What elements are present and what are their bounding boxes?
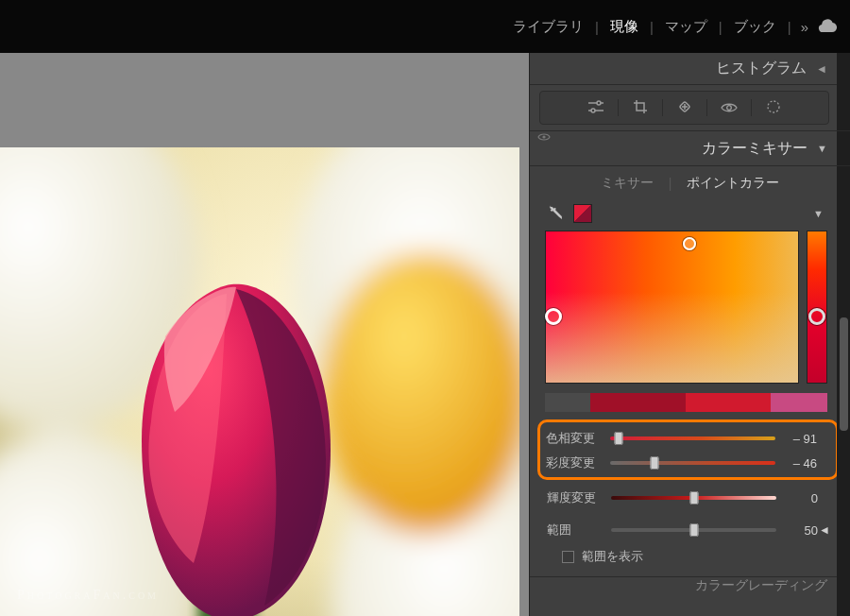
subtab-point-color[interactable]: ポイントカラー bbox=[681, 175, 785, 192]
color-point-2[interactable] bbox=[545, 308, 562, 325]
range-row: 範囲 50 ◄ bbox=[547, 518, 831, 542]
tab-separator: | bbox=[711, 19, 730, 35]
masking-sliders-icon[interactable] bbox=[574, 100, 618, 116]
picked-color-swatch[interactable] bbox=[573, 204, 592, 223]
watermark-text: PhotograFan.com bbox=[17, 588, 159, 603]
image-canvas[interactable]: PhotograFan.com bbox=[0, 53, 529, 616]
hue-bar[interactable] bbox=[807, 231, 827, 384]
more-tabs-icon[interactable]: » bbox=[799, 19, 814, 35]
tab-book[interactable]: ブック bbox=[730, 18, 780, 36]
range-slider[interactable] bbox=[611, 528, 776, 532]
histogram-header[interactable]: ヒストグラム ◄ bbox=[530, 53, 850, 85]
luminance-shift-label: 輝度変更 bbox=[547, 489, 605, 506]
range-value[interactable]: 50 bbox=[782, 523, 818, 538]
panel-visibility-icon[interactable] bbox=[537, 131, 551, 145]
cloud-sync-icon[interactable] bbox=[818, 17, 837, 37]
tab-library[interactable]: ライブラリ bbox=[509, 18, 587, 36]
show-range-row[interactable]: 範囲を表示 bbox=[547, 542, 831, 573]
hue-shift-thumb[interactable] bbox=[614, 432, 622, 445]
tab-separator: | bbox=[587, 19, 606, 35]
tab-separator: | bbox=[642, 19, 661, 35]
svg-point-8 bbox=[597, 101, 601, 105]
redeye-tool-icon[interactable] bbox=[707, 100, 751, 116]
saturation-shift-label: 彩度変更 bbox=[546, 454, 604, 471]
color-grading-header[interactable]: カラーグレーディング bbox=[530, 576, 850, 597]
tab-map[interactable]: マップ bbox=[661, 18, 711, 36]
hue-handle[interactable] bbox=[808, 308, 825, 325]
range-thumb[interactable] bbox=[689, 523, 698, 537]
color-grading-title: カラーグレーディング bbox=[695, 577, 827, 592]
scrollbar-thumb[interactable] bbox=[840, 317, 848, 431]
crop-tool-icon[interactable] bbox=[619, 99, 662, 117]
svg-point-5 bbox=[321, 251, 519, 535]
saturation-shift-slider[interactable] bbox=[610, 461, 775, 465]
luminance-shift-thumb[interactable] bbox=[689, 491, 698, 505]
luminance-shift-slider[interactable] bbox=[611, 496, 776, 500]
more-sliders: 輝度変更 0 範囲 50 ◄ bbox=[541, 482, 837, 576]
show-range-checkbox[interactable] bbox=[562, 551, 574, 563]
picker-row: ▼ bbox=[530, 200, 850, 231]
color-point-1[interactable] bbox=[683, 237, 696, 250]
tab-develop[interactable]: 現像 bbox=[606, 18, 642, 36]
svg-point-10 bbox=[591, 109, 595, 112]
app-root: ライブラリ | 現像 | マップ | ブック | » bbox=[0, 0, 850, 616]
hue-shift-value[interactable]: – 91 bbox=[781, 432, 817, 446]
svg-point-16 bbox=[542, 135, 545, 138]
color-field-row bbox=[530, 231, 850, 384]
right-panel: ヒストグラム ◄ bbox=[529, 53, 850, 616]
color-mixer-title: カラーミキサー bbox=[702, 139, 808, 159]
hue-shift-label: 色相変更 bbox=[546, 430, 604, 447]
tab-separator: | bbox=[780, 19, 799, 35]
hue-shift-row: 色相変更 – 91 bbox=[546, 426, 830, 451]
healing-tool-icon[interactable] bbox=[663, 99, 706, 117]
histogram-title: ヒストグラム bbox=[716, 59, 807, 78]
main-area: PhotograFan.com ヒストグラム ◄ bbox=[0, 53, 850, 616]
local-tools-row bbox=[539, 91, 829, 125]
hue-range-bar[interactable] bbox=[545, 393, 827, 412]
hue-shift-slider[interactable] bbox=[610, 436, 775, 440]
masking-tool-icon[interactable] bbox=[752, 99, 795, 117]
color-mixer-header[interactable]: カラーミキサー ▼ bbox=[530, 131, 850, 165]
preview-image bbox=[0, 147, 519, 616]
luminance-shift-row: 輝度変更 0 bbox=[547, 486, 831, 510]
luminance-shift-value[interactable]: 0 bbox=[782, 491, 818, 505]
saturation-shift-thumb[interactable] bbox=[651, 456, 659, 470]
svg-point-14 bbox=[726, 105, 731, 110]
highlighted-sliders: 色相変更 – 91 彩度変更 – 46 bbox=[537, 419, 839, 480]
color-field[interactable] bbox=[545, 231, 799, 384]
svg-point-15 bbox=[768, 101, 779, 112]
color-mixer-subtabs: ミキサー | ポイントカラー bbox=[530, 166, 850, 200]
expand-icon[interactable]: ▼ bbox=[817, 143, 827, 154]
subtab-mixer[interactable]: ミキサー bbox=[595, 175, 659, 192]
swatch-menu-icon[interactable]: ▼ bbox=[813, 208, 824, 219]
collapse-icon[interactable]: ◄ bbox=[816, 62, 827, 76]
saturation-shift-value[interactable]: – 46 bbox=[781, 456, 817, 471]
range-expand-icon[interactable]: ◄ bbox=[818, 523, 831, 537]
eyedropper-icon[interactable] bbox=[545, 204, 564, 223]
saturation-shift-row: 彩度変更 – 46 bbox=[546, 451, 830, 475]
show-range-label: 範囲を表示 bbox=[582, 548, 643, 565]
module-tabs: ライブラリ | 現像 | マップ | ブック | » bbox=[0, 0, 850, 53]
range-label: 範囲 bbox=[547, 522, 605, 539]
